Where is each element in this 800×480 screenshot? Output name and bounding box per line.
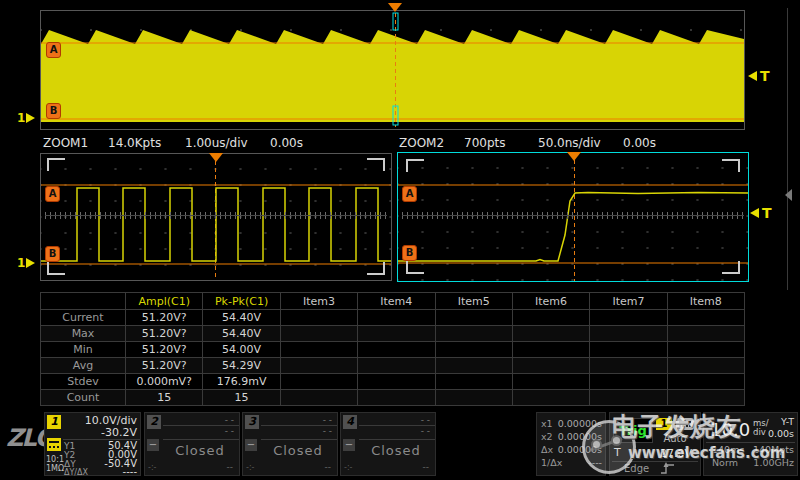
zoom1-points: 14.0Kpts <box>108 136 161 150</box>
table-row: Count 15 15 <box>41 390 745 406</box>
cell-value: 51.20V? <box>126 342 203 358</box>
trigger-coupling-icon[interactable] <box>676 418 694 430</box>
zoom1-square-wave <box>41 188 391 261</box>
display-mode[interactable]: Y-T <box>781 416 794 427</box>
cell-value: 51.20V? <box>126 326 203 342</box>
zoom1-center-ruler <box>45 212 387 219</box>
measurement-col-item8[interactable]: Item8 <box>667 293 744 310</box>
channel2-status: Closed <box>161 443 239 458</box>
horizontal-offset[interactable]: 0.00s <box>768 428 794 439</box>
zoom2-cursor-a-badge[interactable]: A <box>402 186 417 202</box>
zoom2-trigger-marker[interactable] <box>567 152 581 161</box>
row-label: Avg <box>41 358 126 374</box>
channel1-offset[interactable]: -30.2V <box>101 426 137 439</box>
channel2-value-placeholder: -- <box>227 462 234 472</box>
row-label: Max <box>41 326 126 342</box>
x1-label: x1 <box>541 418 553 429</box>
zoom1-title: ZOOM1 <box>43 136 88 150</box>
cell-value: 0.000mV? <box>126 374 203 390</box>
channel3-coupling-placeholder: − <box>245 439 257 451</box>
zoom2-corner-tl <box>406 159 424 172</box>
table-row: Min 51.20V? 54.00V <box>41 342 745 358</box>
measurement-col-item4[interactable]: Item4 <box>358 293 435 310</box>
channel1-badge[interactable]: 1 <box>47 415 61 429</box>
trigger-source-badge[interactable]: 1 <box>656 418 672 430</box>
cell-value: 51.20V? <box>126 310 203 326</box>
table-row: Stdev 0.000mV? 176.9mV <box>41 374 745 390</box>
measurement-header-row: Ampl(C1) Pk-Pk(C1) Item3 Item4 Item5 Ite… <box>41 293 745 310</box>
zoom2-timebase[interactable]: 50.0ns/div <box>538 136 601 150</box>
channel2-badge[interactable]: 2 <box>147 415 161 429</box>
channel3-badge[interactable]: 3 <box>245 415 259 429</box>
zoom2-corner-br <box>722 261 740 274</box>
channel4-badge[interactable]: 4 <box>343 415 357 429</box>
row-label: Stdev <box>41 374 126 390</box>
sample-rate: 1.00GHz <box>753 457 794 468</box>
inv-dx-value: ---- <box>588 457 602 468</box>
zoom1-trigger-marker[interactable] <box>209 153 223 162</box>
channel1-position-marker[interactable]: 1 <box>17 111 35 125</box>
measurement-col-pkpk[interactable]: Pk-Pk(C1) <box>203 293 280 310</box>
zoom2-cursor-b-badge[interactable]: B <box>402 245 417 261</box>
zoom1-offset[interactable]: 0.00s <box>270 136 303 150</box>
measurement-corner-cell <box>41 293 126 310</box>
measurement-col-item5[interactable]: Item5 <box>435 293 512 310</box>
zoom2-trigger-level-indicator[interactable]: T <box>750 205 772 221</box>
trigger-status: Trig <box>613 418 653 443</box>
oscilloscope-screen: A B 1 T ZOOM1 14.0Kpts 1.00us/div 0.00s … <box>0 0 800 480</box>
trigger-panel[interactable]: Trig 1 Auto T 27.0V Edge <box>609 412 701 476</box>
row-label: Count <box>41 390 126 406</box>
trigger-type[interactable]: Edge <box>624 463 649 474</box>
memory-depth: 140Mpts <box>753 444 794 455</box>
channel4-value-placeholder: -- <box>423 462 430 472</box>
timebase-scale-value[interactable]: 10.0 <box>710 419 750 440</box>
cell-value: 51.20V? <box>126 358 203 374</box>
zoom2-window[interactable]: A B <box>397 152 749 282</box>
cursor-readout-panel[interactable]: x1 0.00000s x2 0.00000s Δx 0.00000s 1/Δx… <box>536 412 606 476</box>
main-trigger-level-indicator[interactable]: T <box>748 68 770 84</box>
channel3-panel[interactable]: 3 - - - - − Closed -:- -- <box>242 412 338 476</box>
measurement-col-item3[interactable]: Item3 <box>280 293 357 310</box>
trigger-mode[interactable]: Auto <box>654 433 696 444</box>
cursor-b-badge[interactable]: B <box>46 103 61 119</box>
zoom1-channel1-position-marker[interactable]: 1 <box>17 256 35 270</box>
zoom1-cursor-a-badge[interactable]: A <box>45 186 60 202</box>
table-row: Avg 51.20V? 54.29V <box>41 358 745 374</box>
channel4-panel[interactable]: 4 - - - - − Closed -:- -- <box>340 412 436 476</box>
table-row: Max 51.20V? 54.40V <box>41 326 745 342</box>
zoom1-timebase[interactable]: 1.00us/div <box>185 136 248 150</box>
timebase-panel[interactable]: 10.0 ms/ div Y-T 0.00s 140ms 140Mpts Nor… <box>703 412 798 476</box>
acquire-mode: Norm <box>712 457 738 468</box>
main-waveform-window[interactable]: A B <box>40 10 745 130</box>
zoom1-window[interactable]: A B <box>40 153 392 281</box>
cursor-a-badge[interactable]: A <box>46 42 61 58</box>
cell-value: 54.40V <box>203 326 280 342</box>
dx-label: Δx <box>541 444 553 455</box>
timebase-scale-unit: ms/ div <box>753 419 769 436</box>
dc-coupling-icon[interactable] <box>47 438 61 451</box>
capture-window: 140ms <box>712 444 744 455</box>
channel4-scale-placeholder: - - <box>421 415 430 425</box>
zoom1-corner-tl <box>47 158 65 171</box>
channel1-panel[interactable]: 1 10.0V/div -30.2V Y1 50.4V Y2 0.00V ΔY … <box>44 412 141 476</box>
zoom1-channel1-position-arrow-icon <box>26 258 35 268</box>
trigger-level-value[interactable]: 27.0V <box>660 447 692 460</box>
x2-value: 0.00000s <box>558 431 602 442</box>
measurement-col-item7[interactable]: Item7 <box>590 293 667 310</box>
zoom1-cursor-b-badge[interactable]: B <box>45 246 60 262</box>
cursor-dydx-value: ---- <box>123 466 137 477</box>
zoom2-offset[interactable]: 0.00s <box>623 136 656 150</box>
panel-collapse-arrow-icon[interactable] <box>785 189 792 201</box>
trigger-position-marker[interactable] <box>388 3 402 12</box>
cursor-dydx-label: ΔY/ΔX <box>64 468 88 477</box>
cell-value: 54.29V <box>203 358 280 374</box>
channel2-coupling-placeholder: − <box>147 439 159 451</box>
channel3-offset-placeholder: - - <box>323 426 332 436</box>
measurement-col-ampl[interactable]: Ampl(C1) <box>126 293 203 310</box>
channel3-value-placeholder: -- <box>325 462 332 472</box>
cell-value: 15 <box>203 390 280 406</box>
row-label: Current <box>41 310 126 326</box>
channel2-panel[interactable]: 2 - - - - − Closed -:- -- <box>144 412 240 476</box>
trigger-level-arrow-icon <box>748 71 757 81</box>
measurement-col-item6[interactable]: Item6 <box>512 293 589 310</box>
